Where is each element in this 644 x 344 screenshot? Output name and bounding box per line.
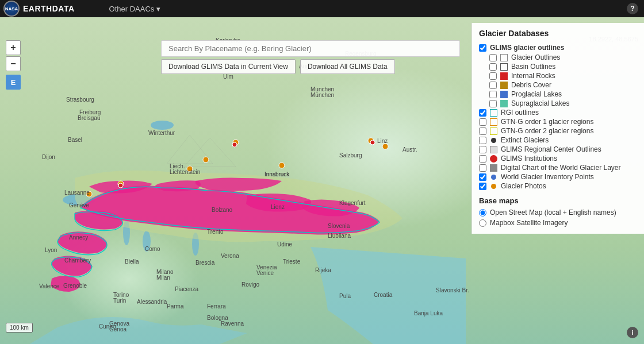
help-button[interactable]: ? [627, 3, 638, 14]
basemap-openstreet-radio[interactable] [479, 209, 486, 217]
basin-outlines-label: Basin Outlines [511, 63, 555, 71]
debris-cover-label: Debris Cover [511, 81, 551, 89]
glims-inst-item: GLIMS Institutions [479, 154, 637, 163]
glims-sublayers: Glacier Outlines Basin Outlines Internal… [479, 53, 637, 108]
header: NASA EARTHDATA Other DAACs ▾ ? [0, 0, 644, 17]
glims-regional-label: GLIMS Regional Center Outlines [501, 145, 601, 153]
glims-regional-icon [490, 146, 497, 153]
gtn2-icon [490, 127, 497, 135]
other-daacs-menu[interactable]: Other DAACs ▾ [109, 5, 160, 13]
dcw-label: Digital Chart of the World Glacier Layer [501, 164, 621, 172]
right-panel: Glacier Databases GLIMS glacier outlines… [471, 23, 644, 234]
info-button[interactable]: i [627, 327, 638, 338]
glacier-outlines-label: Glacier Outlines [511, 53, 560, 61]
glacier-outlines-checkbox[interactable] [489, 54, 497, 61]
zoom-in-button[interactable]: + [6, 40, 21, 55]
glacier-photos-icon [491, 184, 496, 189]
supraglacial-lakes-checkbox[interactable] [489, 100, 497, 107]
proglacial-lakes-checkbox[interactable] [489, 91, 497, 98]
glims-regional-checkbox[interactable] [479, 146, 486, 153]
proglacial-lakes-item: Proglacial Lakes [489, 90, 637, 99]
dcw-item: Digital Chart of the World Glacier Layer [479, 163, 637, 172]
download-buttons: Download GLIMS Data in Current View Down… [161, 59, 395, 74]
svg-point-15 [118, 183, 123, 188]
gtn1-label: GTN-G order 1 glacier regions [501, 118, 593, 126]
svg-point-12 [86, 191, 92, 197]
basemap-openstreet-label: Open Street Map (local + English names) [490, 208, 616, 217]
glacier-photos-label: Glacier Photos [501, 182, 546, 190]
glims-regional-item: GLIMS Regional Center Outlines [479, 145, 637, 154]
basin-outlines-icon [500, 63, 508, 71]
basemap-openstreet-item: Open Street Map (local + English names) [479, 207, 637, 218]
e-button[interactable]: E [6, 75, 21, 90]
gtn1-item: GTN-G order 1 glacier regions [479, 117, 637, 126]
dcw-checkbox[interactable] [479, 164, 486, 172]
extinct-icon [491, 138, 496, 143]
gtn1-icon [490, 118, 497, 126]
dcw-icon [490, 164, 497, 172]
site-earth: EARTH [23, 4, 52, 13]
download-current-view-button[interactable]: Download GLIMS Data in Current View [161, 59, 296, 74]
search-bar [161, 40, 460, 57]
internal-rocks-item: Internal Rocks [489, 71, 637, 80]
download-all-data-button[interactable]: Download All GLIMS Data [300, 59, 395, 74]
basin-outlines-checkbox[interactable] [489, 63, 497, 71]
proglacial-lakes-label: Proglacial Lakes [511, 90, 562, 98]
wgi-label: World Glacier Inventory Points [501, 173, 594, 181]
extinct-item: Extinct Glaciers [479, 136, 637, 145]
glims-inst-icon [490, 155, 497, 163]
svg-point-8 [279, 163, 285, 168]
extinct-label: Extinct Glaciers [501, 136, 549, 144]
glacier-outlines-item: Glacier Outlines [489, 53, 637, 62]
glims-inst-label: GLIMS Institutions [501, 154, 557, 163]
rgi-outlines-item: RGI outlines [479, 108, 637, 117]
internal-rocks-label: Internal Rocks [511, 72, 555, 80]
scale-bar: 100 km [6, 323, 33, 333]
svg-point-7 [382, 144, 388, 149]
wgi-checkbox[interactable] [479, 173, 486, 181]
site-data: DATA [52, 4, 75, 13]
internal-rocks-checkbox[interactable] [489, 72, 497, 80]
glims-parent-layer: GLIMS glacier outlines [479, 42, 637, 53]
glims-checkbox[interactable] [479, 44, 486, 52]
rgi-outlines-label: RGI outlines [501, 109, 539, 117]
debris-cover-checkbox[interactable] [489, 82, 497, 89]
glacier-photos-item: Glacier Photos [479, 181, 637, 191]
gtn1-checkbox[interactable] [479, 118, 486, 126]
search-input[interactable] [161, 40, 460, 57]
glacier-outlines-icon [500, 54, 508, 61]
internal-rocks-icon [500, 72, 508, 80]
gtn2-label: GTN-G order 2 glacier regions [501, 127, 593, 135]
svg-point-2 [143, 231, 151, 252]
site-title: EARTHDATA [23, 4, 75, 13]
gtn2-item: GTN-G order 2 glacier regions [479, 126, 637, 136]
svg-point-1 [151, 121, 174, 130]
zoom-out-button[interactable]: − [6, 56, 21, 71]
basemap-mapbox-radio[interactable] [479, 219, 486, 227]
wgi-item: World Glacier Inventory Points [479, 172, 637, 181]
svg-point-13 [232, 142, 237, 147]
proglacial-lakes-icon [500, 91, 508, 98]
base-maps-title: Base maps [479, 196, 637, 205]
svg-point-9 [187, 166, 193, 172]
nasa-logo: NASA [3, 1, 20, 17]
scale-label: 100 km [6, 323, 33, 333]
rgi-outlines-checkbox[interactable] [479, 109, 486, 117]
supraglacial-lakes-item: Supraglacial Lakes [489, 99, 637, 108]
extinct-checkbox[interactable] [479, 137, 486, 144]
basemap-mapbox-item: Mapbox Satellite Imagery [479, 218, 637, 228]
glims-parent-label: GLIMS glacier outlines [490, 44, 564, 52]
basemap-mapbox-label: Mapbox Satellite Imagery [490, 219, 568, 227]
supraglacial-lakes-label: Supraglacial Lakes [511, 99, 569, 107]
debris-cover-item: Debris Cover [489, 80, 637, 90]
gtn2-checkbox[interactable] [479, 127, 486, 135]
glacier-photos-checkbox[interactable] [479, 183, 486, 190]
zoom-controls: + − [6, 40, 21, 71]
glims-inst-checkbox[interactable] [479, 155, 486, 163]
panel-title: Glacier Databases [479, 29, 637, 38]
wgi-icon [491, 175, 496, 180]
rgi-outlines-icon [490, 109, 497, 117]
svg-point-14 [370, 140, 375, 145]
supraglacial-lakes-icon [500, 100, 508, 107]
basin-outlines-item: Basin Outlines [489, 62, 637, 71]
